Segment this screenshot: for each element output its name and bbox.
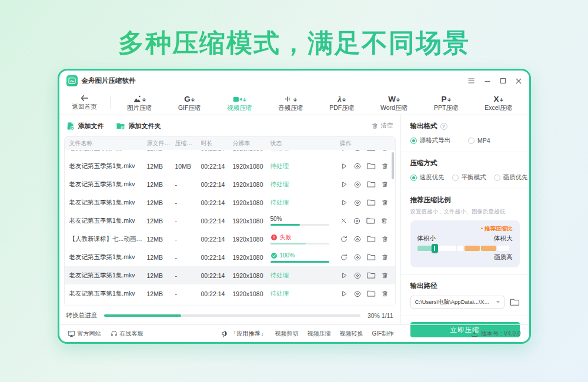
maximize-icon[interactable] [500, 78, 506, 84]
tab-Excel压缩[interactable]: XExcel压缩 [485, 93, 512, 112]
tab-音频压缩[interactable]: 音频压缩 [278, 93, 303, 112]
down-arrow-icon [396, 98, 400, 103]
back-home-button[interactable]: 返回首页 [59, 91, 110, 115]
folder-icon[interactable] [367, 235, 376, 243]
app-recommend: 「应用推荐」 [221, 330, 266, 338]
down-arrow-icon [447, 98, 452, 103]
radio-画质优先[interactable]: 画质优先 [494, 173, 528, 182]
record-icon[interactable] [353, 253, 362, 262]
play-icon[interactable] [340, 162, 348, 170]
table-row[interactable]: 老友记第五季第1集.mkv12MB-00:22:141920x1080待处理 [65, 175, 395, 193]
file-compressed-size: - [175, 254, 201, 261]
statusbar-link-视频转换[interactable]: 视频转换 [340, 330, 363, 338]
radio-label: 源格式导出 [420, 136, 451, 145]
close-icon[interactable] [515, 78, 522, 85]
record-icon[interactable] [353, 272, 362, 280]
ratio-left-label: 体积小 [417, 234, 436, 243]
clear-label: 清空 [381, 122, 393, 130]
output-path-select[interactable]: C:\Users\电脑\AppData\...\Xmind.exe [410, 296, 505, 309]
folder-icon[interactable] [367, 150, 376, 152]
folder-icon[interactable] [367, 162, 376, 170]
table-row[interactable]: 老友记第五季第1集.mkv12MB-00:22:141920x1080待处理 [65, 284, 395, 303]
cancel-icon[interactable] [340, 217, 348, 225]
row-progress-fill [270, 261, 329, 263]
play-icon[interactable] [340, 199, 348, 207]
play-icon[interactable] [340, 150, 348, 152]
table-row[interactable]: 老友记第五季第1集.mkv12MB-00:22:141920x1080待处理 [65, 266, 395, 284]
tab-GIF压缩[interactable]: GGIF压缩 [178, 93, 201, 112]
record-icon[interactable] [353, 180, 362, 189]
record-icon[interactable] [353, 217, 361, 225]
trash-icon[interactable] [381, 290, 389, 298]
table-row[interactable]: 老友记第五季第1集.mkv12MB-00:22:141920x1080待处理 [65, 303, 395, 306]
slider-handle[interactable] [432, 244, 438, 253]
trash-icon[interactable] [381, 253, 389, 262]
statusbar-在线客服[interactable]: 在线客服 [111, 330, 143, 338]
add-folder-button[interactable]: 添加文件夹 [116, 122, 161, 130]
trash-icon[interactable] [381, 162, 389, 170]
tab-label: GIF压缩 [178, 104, 201, 112]
ratio-slider[interactable] [417, 246, 513, 251]
trash-icon[interactable] [381, 199, 389, 207]
record-icon[interactable] [353, 150, 362, 152]
radio-icon [410, 175, 417, 181]
minimize-icon[interactable] [484, 78, 491, 85]
file-name: 老友记第五季第1集.mkv [69, 199, 147, 207]
table-row[interactable]: 老友记第五季第1集.mkv12MB-00:22:141920x1080待处理 [65, 193, 395, 212]
help-icon[interactable]: ? [440, 123, 447, 130]
row-actions [340, 272, 395, 280]
radio-源格式导出[interactable]: 源格式导出 [410, 136, 451, 145]
table-row[interactable]: 老友记第五季第1集.mkv12MB-00:22:141920x108050% [65, 212, 395, 230]
tab-label: PDF压缩 [329, 104, 354, 112]
statusbar-官方网站[interactable]: 官方网站 [68, 330, 101, 338]
play-icon[interactable] [340, 290, 348, 298]
table-row[interactable]: 【人教新课标】七...动画课件.mp412MB-00:22:141920x108… [65, 230, 395, 248]
table-row[interactable]: 老友记第五季第1集.mkv12MB10MB00:22:141920x1080待处… [65, 157, 395, 175]
add-file-button[interactable]: 添加文件 [66, 122, 104, 130]
statusbar-link-视频剪切[interactable]: 视频剪切 [275, 330, 299, 338]
recommended-ratio-badge: • 推荐压缩比 [417, 225, 513, 233]
table-row[interactable]: 老友记第五季第1集.mkv12MB-00:22:141920x1080100% [65, 248, 395, 266]
table-row[interactable]: 老友记第五季第1集.mkv12MB-00:22:141920x1080待处理 [65, 150, 395, 157]
radio-MP4[interactable]: MP4 [468, 136, 490, 145]
folder-icon[interactable] [367, 253, 376, 262]
folder-icon[interactable] [367, 290, 376, 298]
trash-icon[interactable] [381, 272, 389, 280]
trash-icon[interactable] [381, 235, 389, 243]
play-icon[interactable] [340, 180, 348, 189]
tab-视频压缩[interactable]: 视频压缩 [227, 93, 252, 112]
statusbar-item-label: 官方网站 [78, 330, 101, 338]
total-progress-label: 转换总进度 [66, 311, 98, 320]
tab-PDF压缩[interactable]: λPDF压缩 [329, 93, 354, 112]
tab-Word压缩[interactable]: WWord压缩 [380, 93, 407, 112]
folder-icon[interactable] [367, 199, 376, 207]
statusbar-link-视频压缩[interactable]: 视频压缩 [308, 330, 331, 338]
file-original-size: 12MB [147, 254, 175, 261]
record-icon[interactable] [353, 290, 362, 298]
record-icon[interactable] [353, 199, 362, 207]
page-title: 多种压缩模式，满足不同场景 [0, 0, 588, 61]
trash-icon[interactable] [381, 150, 389, 152]
tab-图片压缩[interactable]: 图片压缩 [127, 93, 152, 112]
menu-icon[interactable] [467, 77, 475, 85]
retry-icon[interactable] [340, 235, 348, 243]
radio-平衡模式[interactable]: 平衡模式 [452, 173, 486, 182]
folder-icon[interactable] [367, 272, 376, 280]
statusbar-link-GIF制作[interactable]: GIF制作 [372, 330, 394, 338]
record-icon[interactable] [353, 162, 362, 170]
record-icon[interactable] [353, 235, 362, 243]
row-actions [340, 290, 395, 298]
retry-icon[interactable] [340, 253, 348, 262]
output-format-title: 输出格式 [410, 122, 437, 130]
trash-icon[interactable] [381, 180, 389, 189]
scrollbar-thumb[interactable] [392, 152, 394, 179]
clear-list-button[interactable]: 清空 [371, 122, 393, 130]
radio-速度优先[interactable]: 速度优先 [410, 173, 445, 182]
trash-icon[interactable] [380, 217, 388, 225]
browse-folder-button[interactable] [510, 298, 520, 306]
down-arrow-icon [242, 98, 247, 103]
folder-icon[interactable] [367, 180, 376, 189]
folder-icon[interactable] [366, 217, 375, 225]
play-icon[interactable] [340, 272, 348, 280]
tab-PPT压缩[interactable]: PPPT压缩 [434, 93, 458, 112]
